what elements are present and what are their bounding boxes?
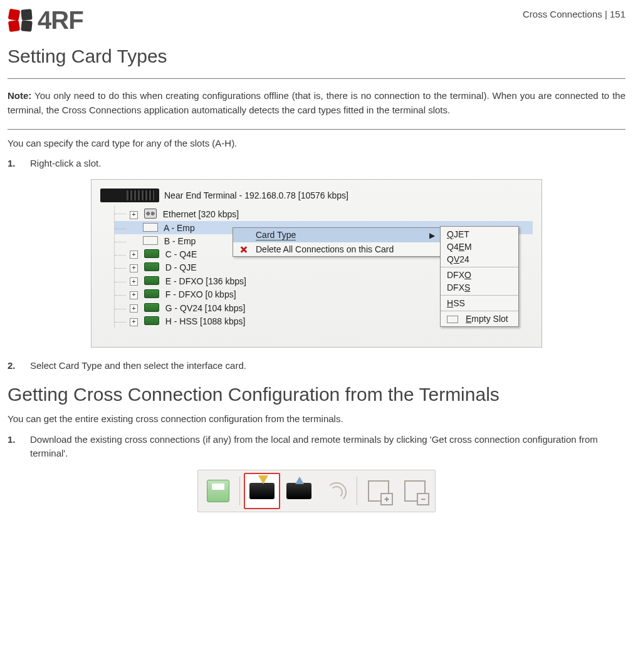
empty-slot-icon	[143, 236, 158, 245]
step-2: 2. Select Card Type and then select the …	[8, 359, 625, 373]
toolbar-get-config-button[interactable]	[244, 473, 280, 509]
node-label: Ethernet [320 kbps]	[163, 209, 239, 219]
step-1: 1. Right-click a slot.	[8, 157, 625, 171]
step-text: Right-click a slot.	[30, 157, 101, 171]
card-icon	[144, 289, 159, 298]
submenu-arrow-icon: ▶	[429, 231, 435, 240]
divider	[8, 129, 625, 130]
logo-text: 4RF	[38, 6, 83, 34]
intro-text: You can specify the card type for any of…	[8, 136, 625, 150]
empty-slot-icon	[143, 223, 158, 232]
node-label: C - Q4E	[165, 249, 197, 259]
note-text: You only need to do this when creating c…	[8, 90, 625, 115]
submenu-label: Q4EM	[447, 242, 472, 252]
ctx-item-delete-all[interactable]: Delete All Connections on this Card	[233, 242, 440, 256]
card-icon	[144, 276, 159, 285]
section2-step-1: 1. Download the existing cross connectio…	[8, 433, 625, 461]
node-label: F - DFXO [0 kbps]	[165, 289, 236, 299]
toolbar-strip	[197, 470, 436, 512]
submenu-item-empty-slot[interactable]: Empty Slot	[441, 313, 518, 325]
toolbar-send-config-button[interactable]	[281, 473, 316, 509]
tree-root[interactable]: Near End Terminal - 192.168.0.78 [10576 …	[100, 189, 533, 202]
section-title-getting-config: Getting Cross Connection Configuration f…	[8, 384, 625, 405]
page-header: 4RF Cross Connections | 151	[8, 6, 625, 34]
running-head: Cross Connections | 151	[523, 6, 625, 19]
toolbar-collapse-all-button[interactable]	[397, 473, 432, 509]
note-paragraph: Note: You only need to do this when crea…	[8, 88, 625, 118]
submenu-item-dfxs[interactable]: DFXS	[441, 281, 518, 294]
step-number: 1.	[8, 433, 21, 461]
section2-intro: You can get the entire existing cross co…	[8, 411, 625, 426]
ctx-item-card-type[interactable]: Card Type ▶	[233, 228, 440, 242]
tree-node-ethernet[interactable]: + Ethernet [320 kbps]	[115, 206, 533, 221]
terminal-device-icon	[100, 189, 159, 202]
submenu-item-qv24[interactable]: QV24	[441, 253, 518, 266]
expand-icon[interactable]: +	[130, 264, 138, 272]
logo-mark-icon	[8, 8, 34, 33]
download-from-terminal-icon	[249, 483, 275, 499]
delete-icon	[239, 244, 249, 254]
toolbar-expand-all-button[interactable]	[361, 473, 396, 509]
context-menu: Card Type ▶ Delete All Connections on th…	[233, 227, 441, 257]
toolbar-separator	[239, 477, 240, 505]
ethernet-icon	[144, 209, 157, 219]
note-label: Note:	[8, 90, 31, 101]
submenu-item-qjet[interactable]: QJET	[441, 228, 518, 240]
step-number: 1.	[8, 157, 21, 171]
submenu-item-q4em[interactable]: Q4EM	[441, 240, 518, 253]
submenu-label: DFXO	[447, 270, 471, 280]
toolbar-save-button[interactable]	[201, 473, 236, 509]
toolbar-separator	[357, 477, 357, 505]
node-label: D - QJE	[165, 262, 197, 272]
brand-logo: 4RF	[8, 6, 83, 34]
expand-icon[interactable]: +	[130, 304, 138, 313]
section-title-setting-card-types: Setting Card Types	[8, 46, 625, 67]
expand-icon[interactable]: +	[130, 211, 138, 219]
submenu-label: HSS	[447, 298, 465, 308]
submenu-label: QV24	[447, 254, 469, 264]
expand-icon[interactable]: +	[130, 291, 138, 299]
card-icon	[144, 316, 159, 325]
divider	[8, 78, 625, 79]
node-label: B - Emp	[164, 236, 196, 246]
tree-root-label: Near End Terminal - 192.168.0.78 [10576 …	[164, 190, 348, 200]
submenu-label: DFXS	[447, 282, 470, 292]
card-icon	[144, 262, 159, 271]
expand-icon[interactable]: +	[130, 251, 138, 259]
submenu-item-hss[interactable]: HSS	[441, 297, 518, 309]
save-icon	[207, 480, 229, 502]
upload-to-terminal-icon	[286, 483, 311, 499]
submenu-item-dfxo[interactable]: DFXO	[441, 269, 518, 281]
toolbar-radio-button[interactable]	[318, 473, 353, 509]
step-text: Download the existing cross connections …	[30, 433, 625, 461]
node-label: E - DFXO [136 kbps]	[165, 276, 246, 286]
ctx-label: Card Type	[256, 230, 296, 240]
node-label: A - Emp	[164, 223, 195, 233]
card-icon	[144, 303, 159, 312]
step-number: 2.	[8, 359, 21, 373]
submenu-label: QJET	[447, 229, 469, 239]
screenshot-panel: Near End Terminal - 192.168.0.78 [10576 …	[91, 179, 542, 348]
radio-waves-icon	[325, 480, 346, 502]
expand-icon[interactable]: +	[130, 318, 138, 326]
ctx-label: Delete All Connections on this Card	[256, 244, 394, 254]
collapse-all-icon	[404, 480, 426, 502]
step-text: Select Card Type and then select the int…	[30, 359, 246, 373]
node-label: H - HSS [1088 kbps]	[165, 316, 246, 326]
card-icon	[144, 249, 159, 258]
node-label: G - QV24 [104 kbps]	[165, 303, 246, 313]
empty-slot-icon	[447, 316, 458, 323]
expand-icon[interactable]: +	[130, 277, 138, 286]
card-type-submenu: QJET Q4EM QV24 DFXO DFXS HSS Empty Slot	[440, 226, 519, 327]
expand-all-icon	[368, 480, 389, 502]
submenu-label: Empty Slot	[466, 314, 508, 324]
